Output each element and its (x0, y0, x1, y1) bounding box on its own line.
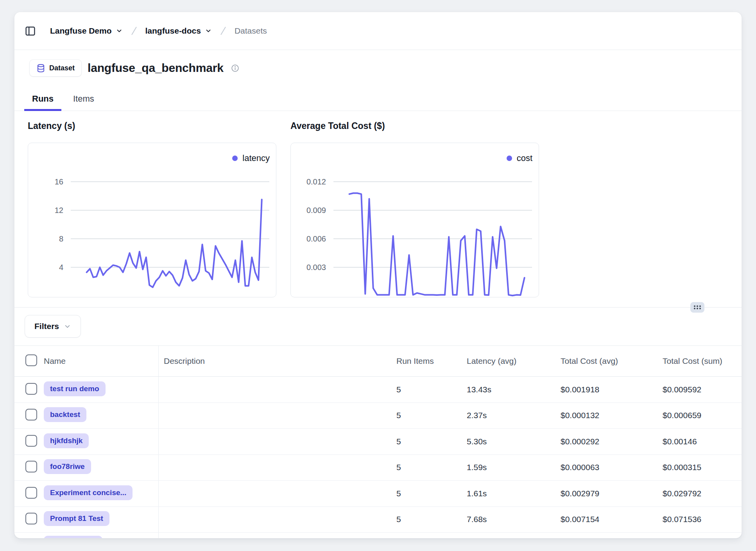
filters-button-label: Filters (34, 322, 59, 331)
tab-runs[interactable]: Runs (24, 88, 61, 111)
table-row[interactable]: test run demo513.43s$0.001918$0.009592 (14, 377, 742, 403)
table-row[interactable]: foo78riwe51.59s$0.000063$0.000315 (14, 455, 742, 481)
row-checkbox[interactable] (25, 409, 37, 420)
checkbox-cell (14, 383, 44, 396)
name-cell: foo78riwe (44, 459, 158, 476)
total-cost-sum-cell: $0.00146 (663, 437, 742, 446)
total-cost-avg-cell: $0.000292 (561, 437, 663, 446)
chevron-down-icon (64, 323, 71, 330)
total-cost-avg-cell: $0.002979 (561, 489, 663, 498)
legend-label: cost (517, 153, 532, 163)
svg-text:12: 12 (55, 206, 63, 215)
column-header-total-cost-sum[interactable]: Total Cost (sum) (663, 356, 742, 366)
svg-text:8: 8 (59, 234, 63, 243)
latency-avg-cell: 1.61s (467, 489, 561, 498)
column-header-name[interactable]: Name (44, 356, 158, 366)
runs-table: Name Description Run Items Latency (avg)… (14, 345, 742, 538)
column-header-total-cost-avg[interactable]: Total Cost (avg) (561, 356, 663, 366)
svg-text:0.012: 0.012 (306, 177, 326, 186)
table-row[interactable]: backtest52.37s$0.000132$0.000659 (14, 403, 742, 429)
name-cell: test run demo (44, 381, 158, 398)
total-cost-avg-cell: $0.007154 (561, 515, 663, 524)
chart-title-latency: Latency (s) (28, 121, 75, 131)
table-row[interactable]: hjkfdshjk55.30s$0.000292$0.00146 (14, 429, 742, 455)
breadcrumb-separator (131, 26, 138, 36)
table-body: test run demo513.43s$0.001918$0.009592ba… (14, 377, 742, 538)
total-cost-sum-cell: $0.029792 (663, 489, 742, 498)
row-checkbox[interactable] (25, 513, 37, 524)
select-all-checkbox[interactable] (25, 354, 37, 366)
total-cost-sum-cell: $0.071536 (663, 515, 742, 524)
run-name-badge[interactable] (44, 536, 102, 538)
legend-dot (232, 156, 238, 161)
table-row[interactable]: Prompt 81 Test57.68s$0.007154$0.071536 (14, 507, 742, 533)
checkbox-cell (14, 435, 44, 448)
dataset-type-badge: Dataset (29, 59, 82, 77)
row-checkbox[interactable] (25, 435, 37, 447)
table-header-row: Name Description Run Items Latency (avg)… (14, 346, 742, 377)
latency-avg-cell: 5.30s (467, 437, 561, 446)
description-cell (158, 533, 396, 538)
checkbox-cell (14, 487, 44, 500)
total-cost-sum-cell: $0.000659 (663, 411, 742, 420)
sidebar-toggle-button[interactable] (24, 25, 36, 37)
info-icon[interactable] (231, 64, 239, 72)
tab-items[interactable]: Items (65, 88, 102, 111)
filters-button[interactable]: Filters (25, 315, 81, 338)
grip-dots-icon (693, 304, 702, 310)
run-name-badge[interactable]: backtest (44, 407, 86, 422)
row-checkbox[interactable] (25, 383, 37, 395)
name-cell: hjkfdshjk (44, 433, 158, 450)
run-items-cell: 5 (396, 385, 467, 394)
description-cell (158, 429, 396, 454)
cost-chart[interactable]: 0.0120.0090.0060.003 cost (290, 143, 539, 297)
svg-text:0.009: 0.009 (306, 206, 326, 215)
cost-legend: cost (507, 153, 532, 163)
latency-avg-cell: 13.43s (467, 385, 561, 394)
run-name-badge[interactable]: foo78riwe (44, 459, 91, 474)
dataset-header: Dataset langfuse_qa_benchmark (29, 59, 239, 77)
run-items-cell: 5 (396, 489, 467, 498)
breadcrumb-org-label: Langfuse Demo (50, 26, 112, 36)
total-cost-avg-cell: $0.000063 (561, 463, 663, 472)
svg-text:0.003: 0.003 (306, 263, 326, 272)
column-header-latency-avg[interactable]: Latency (avg) (467, 356, 561, 366)
breadcrumb-project-label: langfuse-docs (145, 26, 201, 36)
run-name-badge[interactable]: Experiment concise... (44, 485, 133, 500)
column-header-run-items[interactable]: Run Items (396, 356, 467, 366)
table-row-partial[interactable] (14, 533, 742, 538)
breadcrumb-org[interactable]: Langfuse Demo (50, 26, 123, 36)
name-cell: Experiment concise... (44, 485, 158, 502)
breadcrumb: Langfuse Demo langfuse-docs Datasets (14, 12, 742, 50)
latency-chart-canvas: 161284 (28, 143, 277, 298)
cost-chart-canvas: 0.0120.0090.0060.003 (291, 143, 539, 298)
total-cost-avg-cell: $0.000132 (561, 411, 663, 420)
total-cost-avg-cell: $0.001918 (561, 385, 663, 394)
run-items-cell: 5 (396, 515, 467, 524)
breadcrumb-project[interactable]: langfuse-docs (145, 26, 212, 36)
run-items-cell: 5 (396, 411, 467, 420)
breadcrumb-section[interactable]: Datasets (235, 26, 267, 36)
description-cell (158, 455, 396, 481)
tab-bar: Runs Items (14, 88, 742, 111)
resize-handle[interactable] (690, 302, 704, 313)
description-cell (158, 507, 396, 533)
dataset-badge-label: Dataset (49, 64, 75, 72)
main-panel: Langfuse Demo langfuse-docs Datasets Dat… (14, 12, 742, 538)
latency-avg-cell: 2.37s (467, 411, 561, 420)
run-name-badge[interactable]: Prompt 81 Test (44, 511, 109, 526)
row-checkbox[interactable] (25, 487, 37, 499)
chevron-down-icon (116, 27, 123, 34)
svg-text:4: 4 (59, 263, 63, 272)
section-divider (14, 307, 742, 308)
table-row[interactable]: Experiment concise...51.61s$0.002979$0.0… (14, 481, 742, 507)
run-name-badge[interactable]: hjkfdshjk (44, 433, 89, 448)
page-title: langfuse_qa_benchmark (88, 61, 224, 75)
svg-text:0.006: 0.006 (306, 234, 326, 243)
checkbox-cell (14, 461, 44, 474)
column-header-description[interactable]: Description (158, 346, 396, 376)
row-checkbox[interactable] (25, 461, 37, 472)
page: { "breadcrumb": { "org": "Langfuse Demo"… (0, 0, 756, 551)
latency-chart[interactable]: 161284 latency (28, 143, 276, 297)
run-name-badge[interactable]: test run demo (44, 381, 106, 396)
